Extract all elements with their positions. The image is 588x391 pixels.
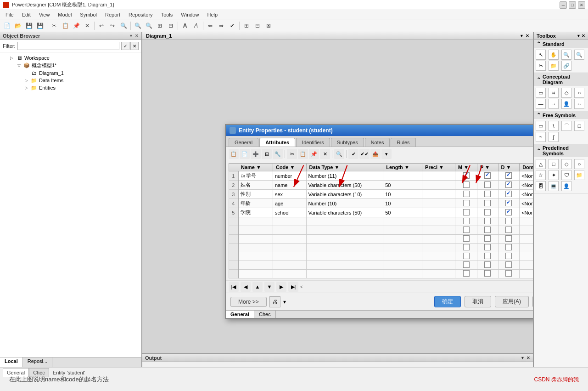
col-m[interactable]: M ▼	[455, 164, 477, 171]
tb-star-sym[interactable]: ☆	[536, 170, 546, 180]
tree-workspace[interactable]: ▷ 🖥 Workspace	[3, 54, 139, 62]
tb-save2[interactable]: 💾	[35, 21, 45, 31]
tb-zoom-tool[interactable]: 🔍	[561, 50, 571, 60]
tree-entities[interactable]: ▷ 📁 Entities	[3, 84, 139, 91]
row1-p[interactable]	[477, 171, 498, 181]
tb-zoom-in[interactable]: 🔍	[133, 21, 143, 31]
tb-arrow-tool[interactable]: ↖	[536, 50, 546, 60]
tb-diamond-tool[interactable]: ◇	[561, 88, 571, 98]
row2-p[interactable]	[477, 181, 498, 190]
close-panel-icon[interactable]: ✕	[135, 34, 139, 38]
tb-cut[interactable]: ✂	[49, 21, 59, 31]
table-row[interactable]: 2 姓名 name Variable characters (50) 50	[229, 181, 533, 190]
row1-d-check[interactable]	[505, 172, 512, 179]
row1-preci[interactable]	[422, 171, 455, 181]
table-row[interactable]: 4 年龄 age Number (10) 10 <None>	[229, 199, 533, 208]
tb-chk[interactable]: ✔	[227, 21, 237, 31]
row1-code[interactable]: number	[273, 171, 306, 181]
tb-comp-sym[interactable]: 💻	[549, 181, 559, 191]
row5-preci[interactable]	[422, 208, 455, 217]
nav-up[interactable]: ▲	[252, 282, 263, 292]
tab-subtypes[interactable]: Subtypes	[331, 138, 364, 147]
row3-d[interactable]	[498, 190, 520, 199]
toolbox-freesym-header[interactable]: ⌃ Free Symbols	[534, 111, 588, 119]
tb-right[interactable]: ⇒	[216, 21, 226, 31]
dtb-copy[interactable]: 📋	[298, 149, 308, 159]
menu-tools[interactable]: Tools	[157, 11, 177, 18]
footer-print-btn[interactable]: 🖨	[269, 296, 280, 307]
workspace-expand[interactable]: ▷	[10, 56, 16, 60]
tb-circ-sym[interactable]: ○	[574, 159, 584, 169]
cancel-button[interactable]: 取消	[465, 296, 491, 307]
dtb-cut[interactable]: ✂	[287, 149, 297, 159]
dtb-filter[interactable]: 🔧	[273, 149, 283, 159]
tb-find[interactable]: 🔍	[118, 21, 129, 31]
row4-d[interactable]	[498, 199, 520, 208]
tree-diagram[interactable]: 🗂 Diagram_1	[3, 69, 139, 77]
row2-p-check[interactable]	[484, 181, 491, 188]
row3-m[interactable]	[455, 190, 477, 199]
filter-input[interactable]	[17, 42, 120, 50]
dtb-find[interactable]: 🔍	[334, 149, 344, 159]
tab-general[interactable]: General	[229, 138, 258, 147]
tb-align[interactable]: ⊟	[252, 21, 263, 31]
nav-down[interactable]: ▼	[264, 282, 274, 292]
tb-wave-sym[interactable]: ~	[536, 132, 546, 142]
nav-prev[interactable]: ◀	[241, 282, 251, 292]
nav-last[interactable]: ▶|	[288, 282, 298, 292]
filter-apply-btn[interactable]: ✓	[121, 42, 129, 50]
row2-code[interactable]: name	[273, 181, 306, 190]
menu-view[interactable]: View	[35, 11, 54, 18]
dataitems-expand[interactable]: ▷	[25, 78, 30, 83]
row4-d-check[interactable]	[505, 200, 512, 206]
col-name[interactable]: Name ▼	[238, 164, 273, 171]
row4-p-check[interactable]	[484, 200, 491, 206]
tb-db-sym[interactable]: 🗄	[536, 181, 546, 191]
dtb-del[interactable]: ✕	[320, 149, 330, 159]
more-button[interactable]: More >>	[230, 297, 267, 307]
row4-preci[interactable]	[422, 199, 455, 208]
tb-x[interactable]: ✕	[82, 21, 92, 31]
confirm-button[interactable]: 确定	[434, 296, 461, 307]
row2-d[interactable]	[498, 181, 520, 190]
menu-edit[interactable]: Edit	[18, 11, 34, 18]
tb-rel-tool[interactable]: —	[536, 99, 546, 109]
toolbox-close[interactable]: ✕	[582, 34, 585, 38]
pin-icon[interactable]: ▼	[129, 34, 133, 38]
dtb-more[interactable]: ▾	[381, 149, 392, 159]
row1-type[interactable]: Number (11)	[306, 171, 383, 181]
toolbox-conceptual-header[interactable]: ⌃ Conceptual Diagram	[534, 73, 588, 86]
row2-domain[interactable]: <None>	[520, 181, 533, 190]
tb-rect-sym2[interactable]: □	[549, 159, 559, 169]
bottom-tab-chec[interactable]: Chec	[254, 311, 276, 318]
tb-redo[interactable]: ↪	[107, 21, 118, 31]
row5-domain[interactable]: <None>	[520, 208, 533, 217]
row4-length[interactable]: 10	[383, 199, 422, 208]
row4-p[interactable]	[477, 199, 498, 208]
dtb-add[interactable]: ➕	[251, 149, 261, 159]
row5-code[interactable]: school	[273, 208, 306, 217]
tb-cut-tool[interactable]: ✂	[536, 61, 546, 71]
browser-local-tab[interactable]: Local	[0, 357, 23, 367]
toolbox-standard-header[interactable]: ⌃ Standard	[534, 40, 588, 48]
entities-expand[interactable]: ▷	[25, 85, 30, 90]
filter-clear-btn[interactable]: ✕	[130, 42, 139, 50]
dtb-prop[interactable]: 📋	[229, 149, 239, 159]
close-button[interactable]: ✕	[578, 1, 585, 9]
row3-type[interactable]: Variable characters (10)	[306, 190, 383, 199]
row5-name[interactable]: 学院	[238, 208, 273, 217]
menu-window[interactable]: Window	[177, 11, 202, 18]
tb-undo[interactable]: ↩	[96, 21, 106, 31]
menu-report[interactable]: Report	[101, 11, 124, 18]
row3-name[interactable]: 性别	[238, 190, 273, 199]
tb-arc-sym[interactable]: ⌒	[561, 121, 571, 131]
tb-italic[interactable]: A	[191, 21, 201, 31]
tb-entity-tool[interactable]: ▭	[536, 88, 546, 98]
tb-zoom-sel[interactable]: ⊟	[166, 21, 176, 31]
row1-m-check[interactable]	[463, 172, 470, 179]
dtb-cols[interactable]: ⊞	[262, 149, 272, 159]
tb-save[interactable]: 💾	[24, 21, 34, 31]
toolbox-pin[interactable]: ▼	[577, 34, 581, 38]
tab-identifiers[interactable]: Identifiers	[296, 138, 330, 147]
col-code[interactable]: Code ▼	[273, 164, 306, 171]
